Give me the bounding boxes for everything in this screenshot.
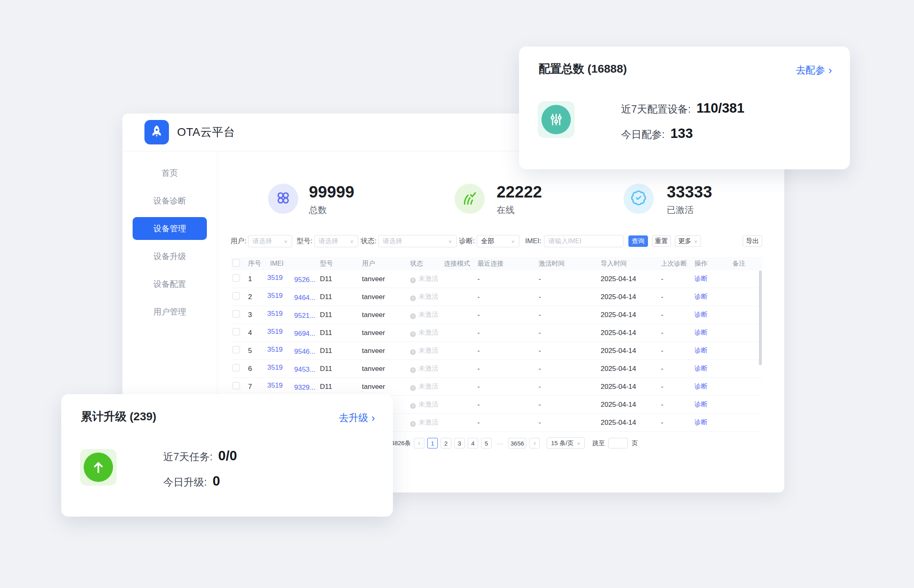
imei-link-prefix[interactable]: 3519 <box>267 382 284 390</box>
diagnose-link[interactable]: 诊断 <box>694 347 708 354</box>
diagnose-link[interactable]: 诊断 <box>694 311 708 318</box>
action-cell: 诊断 <box>686 311 723 319</box>
badge-check-icon <box>630 190 647 208</box>
pagination: ‹ 12345···3656 › 15 条/页 ∨ 跳至 页 <box>414 437 638 449</box>
diagnose-link[interactable]: 诊断 <box>694 275 708 282</box>
diagnose-link[interactable]: 诊断 <box>694 419 708 426</box>
imei-link[interactable]: 9464... <box>294 294 315 302</box>
go-upgrade-link[interactable]: 去升级 › <box>339 411 375 424</box>
page-button[interactable]: 5 <box>481 438 492 448</box>
status-badge: 未激活 <box>419 311 438 318</box>
page-ellipsis[interactable]: ··· <box>495 438 505 448</box>
col-recent-conn: 最近连接 <box>475 260 522 268</box>
sidebar-item[interactable]: 首页 <box>122 159 217 187</box>
status-badge: 未激活 <box>419 329 438 336</box>
row-checkbox[interactable] <box>233 346 240 353</box>
sidebar-item[interactable]: 设备升级 <box>122 242 217 270</box>
model-select-placeholder: 请选择 <box>319 237 338 246</box>
status-select[interactable]: 请选择 ∨ <box>378 235 457 247</box>
imei-link[interactable]: 9526... <box>294 276 315 284</box>
row-checkbox[interactable] <box>233 382 240 389</box>
stat-activated-label: 已激活 <box>667 204 712 216</box>
row-checkbox[interactable] <box>233 364 240 371</box>
user-cell: tanveer <box>361 311 409 319</box>
seq-cell: 3 <box>246 311 266 319</box>
activated-time-cell: - <box>522 419 583 427</box>
diagnosis-filter-label: 诊断: <box>459 235 475 247</box>
imei-link-prefix[interactable]: 3519 <box>267 292 284 300</box>
jump-page-input[interactable] <box>608 438 628 448</box>
import-time-cell: 2025-04-14 <box>583 329 650 337</box>
model-select[interactable]: 请选择 ∨ <box>314 235 358 247</box>
sidebar-item-label: 首页 <box>162 168 178 179</box>
imei-link-prefix[interactable]: 3519 <box>267 328 284 336</box>
row-checkbox[interactable] <box>233 328 240 335</box>
table-scrollbar[interactable] <box>759 271 762 365</box>
page-button[interactable]: 4 <box>468 438 478 448</box>
row-checkbox[interactable] <box>233 310 240 317</box>
more-button-label: 更多 <box>678 237 691 246</box>
diagnosis-select-value: 全部 <box>481 237 494 246</box>
last-diagnosis-cell: - <box>650 293 686 301</box>
imei-link[interactable]: 9521... <box>294 312 315 320</box>
stat-total-label: 总数 <box>309 204 354 216</box>
imei-link-prefix[interactable]: 3519 <box>267 346 284 354</box>
export-button[interactable]: 导出 <box>743 235 762 247</box>
upload-arrow-icon <box>84 453 113 482</box>
imei-input[interactable] <box>544 235 623 247</box>
select-all-checkbox[interactable] <box>233 259 240 266</box>
import-time-cell: 2025-04-14 <box>583 347 650 355</box>
stat-activated: 33333 已激活 <box>667 183 712 216</box>
imei-link[interactable]: 9694... <box>294 330 315 337</box>
col-activated-time: 激活时间 <box>522 260 583 268</box>
inactive-status-icon: × <box>410 349 416 355</box>
page-size-select[interactable]: 15 条/页 ∨ <box>547 437 585 449</box>
activated-time-cell: - <box>522 329 583 337</box>
stat-online-value: 22222 <box>497 183 542 201</box>
upgrade-icon-wrap <box>80 449 117 486</box>
row-checkbox[interactable] <box>233 274 240 282</box>
diagnose-link[interactable]: 诊断 <box>694 293 708 300</box>
prev-page-button[interactable]: ‹ <box>414 438 424 448</box>
diagnosis-select[interactable]: 全部 ∨ <box>477 235 519 247</box>
page-button[interactable]: 2 <box>441 438 451 448</box>
imei-link[interactable]: 9546... <box>294 348 315 355</box>
search-button[interactable]: 查询 <box>628 235 648 247</box>
diagnose-link[interactable]: 诊断 <box>694 383 708 390</box>
page-button[interactable]: 3 <box>454 438 465 448</box>
diagnose-link[interactable]: 诊断 <box>694 401 708 408</box>
table-row: 5 35199546... D11 tanveer ×未激活 - - 2025-… <box>231 342 762 360</box>
imei-link-prefix[interactable]: 3519 <box>267 274 284 282</box>
user-select-placeholder: 请选择 <box>253 237 272 246</box>
sidebar-item[interactable]: 用户管理 <box>122 298 217 326</box>
imei-link[interactable]: 9329... <box>294 384 315 391</box>
row-checkbox[interactable] <box>233 292 240 300</box>
stat-activated-icon-wrap <box>623 184 654 214</box>
user-select[interactable]: 请选择 ∨ <box>248 235 292 247</box>
recent-conn-cell: - <box>475 383 522 391</box>
last-diagnosis-cell: - <box>650 401 686 409</box>
page-button[interactable]: 3656 <box>508 438 526 448</box>
imei-link-prefix[interactable]: 3519 <box>267 364 284 372</box>
activated-time-cell: - <box>522 293 583 301</box>
go-config-link[interactable]: 去配参 › <box>796 64 832 77</box>
activated-time-cell: - <box>522 365 583 373</box>
imei-link-prefix[interactable]: 3519 <box>267 310 284 318</box>
export-button-label: 导出 <box>746 237 759 246</box>
action-cell: 诊断 <box>686 400 723 409</box>
seq-cell: 4 <box>246 329 266 337</box>
page-button[interactable]: 1 <box>427 438 438 448</box>
imei-cell: 35199453... <box>266 364 319 374</box>
inactive-status-icon: × <box>410 277 416 283</box>
next-page-button[interactable]: › <box>529 438 540 448</box>
imei-link[interactable]: 9453... <box>294 366 315 373</box>
sidebar-item[interactable]: 设备诊断 <box>122 187 217 215</box>
diagnose-link[interactable]: 诊断 <box>694 365 708 372</box>
user-cell: tanveer <box>361 383 409 391</box>
activated-time-cell: - <box>522 383 583 391</box>
more-button[interactable]: 更多 ∨ <box>675 235 701 247</box>
sidebar-item[interactable]: 设备配置 <box>122 270 217 298</box>
reset-button[interactable]: 重置 <box>652 235 671 247</box>
diagnose-link[interactable]: 诊断 <box>694 329 708 336</box>
sidebar-item[interactable]: 设备管理 <box>133 217 207 240</box>
